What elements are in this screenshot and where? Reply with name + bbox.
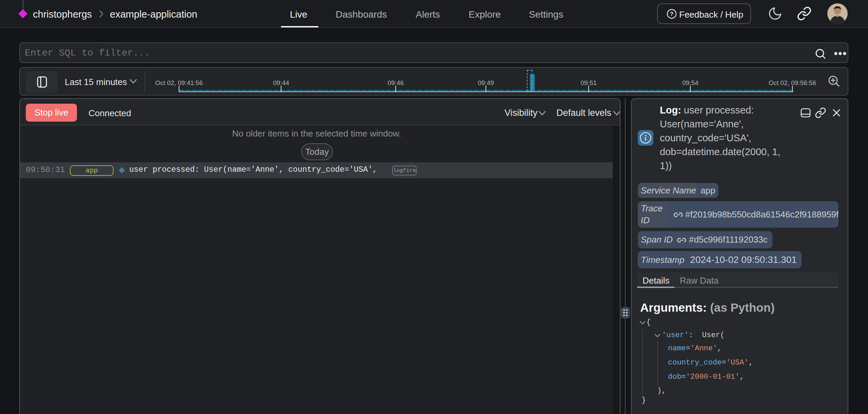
- svg-text:?: ?: [670, 11, 673, 17]
